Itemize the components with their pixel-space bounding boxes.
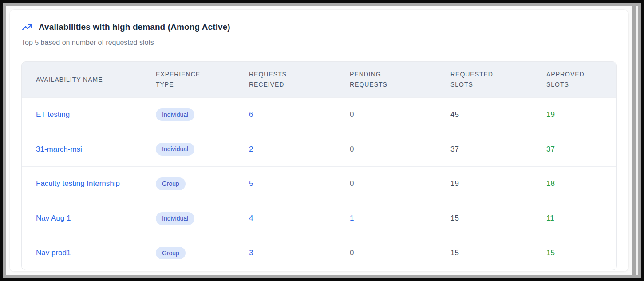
availability-name-link[interactable]: Faculty testing Internship — [36, 179, 120, 188]
pending-requests-value: 0 — [350, 179, 354, 188]
window-frame: Availabilities with high demand (Among A… — [3, 3, 641, 278]
scrollbar-track[interactable] — [632, 6, 638, 275]
approved-slots-value: 15 — [546, 249, 555, 257]
availability-name-link[interactable]: ET testing — [36, 110, 70, 119]
column-header-requests-received: REQUESTS RECEIVED — [235, 62, 336, 97]
requested-slots-value: 15 — [450, 249, 459, 257]
availability-table: AVAILABILITY NAME EXPERIENCE TYPE REQUES… — [21, 61, 617, 270]
column-header-experience-type: EXPERIENCE TYPE — [142, 62, 235, 97]
pending-requests-value: 0 — [350, 110, 354, 119]
table-row: Faculty testing Internship Group 5 0 19 … — [22, 167, 616, 201]
pending-requests-value: 0 — [350, 249, 354, 257]
pending-requests-value: 0 — [350, 145, 354, 153]
column-header-requested-slots: REQUESTED SLOTS — [436, 62, 532, 97]
approved-slots-value: 18 — [546, 179, 555, 188]
availability-name-link[interactable]: Nav Aug 1 — [36, 214, 71, 222]
availability-name-link[interactable]: Nav prod1 — [36, 249, 71, 257]
table-row: Nav prod1 Group 3 0 15 15 — [22, 236, 616, 270]
widget-header: Availabilities with high demand (Among A… — [21, 21, 617, 33]
experience-type-badge: Individual — [156, 212, 194, 225]
experience-type-badge: Group — [156, 177, 186, 190]
column-header-pending-requests: PENDING REQUESTS — [336, 62, 436, 97]
requests-received-link[interactable]: 5 — [249, 179, 253, 188]
requested-slots-value: 45 — [450, 110, 459, 119]
widget-subtitle: Top 5 based on number of requested slots — [21, 39, 617, 47]
pending-requests-value[interactable]: 1 — [350, 214, 354, 222]
availability-name-link[interactable]: 31-march-msi — [36, 145, 82, 153]
experience-type-badge: Individual — [156, 108, 194, 121]
requests-received-link[interactable]: 3 — [249, 249, 253, 257]
column-header-availability-name: AVAILABILITY NAME — [22, 62, 142, 97]
approved-slots-value: 19 — [546, 110, 555, 119]
column-header-approved-slots: APPROVED SLOTS — [532, 62, 616, 97]
table-row: ET testing Individual 6 0 45 19 — [22, 97, 616, 132]
requested-slots-value: 19 — [450, 179, 459, 188]
experience-type-badge: Group — [156, 247, 186, 260]
table-header-row: AVAILABILITY NAME EXPERIENCE TYPE REQUES… — [22, 62, 616, 97]
experience-type-badge: Individual — [156, 143, 194, 156]
page-background: Availabilities with high demand (Among A… — [6, 6, 632, 275]
table-row: Nav Aug 1 Individual 4 1 15 11 — [22, 201, 616, 236]
requests-received-link[interactable]: 4 — [249, 214, 253, 222]
requests-received-link[interactable]: 6 — [249, 110, 253, 119]
table-row: 31-march-msi Individual 2 0 37 37 — [22, 132, 616, 167]
high-demand-widget-card: Availabilities with high demand (Among A… — [9, 9, 629, 272]
requests-received-link[interactable]: 2 — [249, 145, 253, 153]
trending-up-icon — [21, 21, 33, 33]
requested-slots-value: 15 — [450, 214, 459, 222]
requested-slots-value: 37 — [450, 145, 459, 153]
widget-title: Availabilities with high demand (Among A… — [39, 22, 230, 32]
approved-slots-value: 11 — [546, 214, 554, 222]
scrollbar-thumb[interactable] — [632, 6, 636, 275]
approved-slots-value: 37 — [546, 145, 555, 153]
